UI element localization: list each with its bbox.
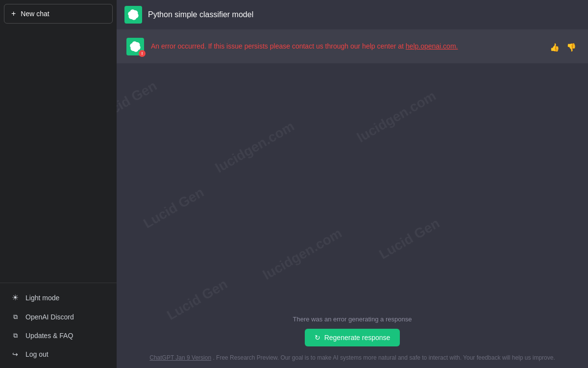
sidebar-item-updates-faq[interactable]: ⧉ Updates & FAQ <box>4 327 113 344</box>
external-link-icon: ⧉ <box>11 313 20 321</box>
watermark-text: lucidgen.com <box>260 225 344 283</box>
new-chat-button[interactable]: + New chat <box>4 4 113 24</box>
main-area: Python simple classifier model ! An erro… <box>117 0 588 368</box>
chatgpt-avatar-icon <box>130 41 141 52</box>
error-text-line1: An error occurred. If this issue persist… <box>151 42 404 50</box>
version-link[interactable]: ChatGPT Jan 9 Version <box>149 354 211 361</box>
error-help-link[interactable]: help.openai.com. <box>406 42 458 50</box>
error-badge: ! <box>139 50 146 57</box>
sidebar-item-label: Updates & FAQ <box>25 332 73 340</box>
new-chat-label: New chat <box>21 10 49 18</box>
regenerate-button[interactable]: ↻ Regenerate response <box>305 329 400 346</box>
watermark-text: Lucid Gen <box>141 184 207 232</box>
watermark-text: lucidgen.com <box>354 88 439 146</box>
sidebar-item-log-out[interactable]: ↪ Log out <box>4 345 113 363</box>
error-generating-text: There was an error generating a response <box>293 315 412 323</box>
watermark-text: lucidgen.com <box>213 118 297 176</box>
sidebar-divider <box>0 283 117 283</box>
sidebar-item-discord[interactable]: ⧉ OpenAI Discord <box>4 308 113 326</box>
header-bot-avatar <box>124 6 142 24</box>
logout-icon: ↪ <box>11 350 20 358</box>
sidebar-item-label: Light mode <box>25 294 59 302</box>
footer-description: . Free Research Preview. Our goal is to … <box>213 354 555 361</box>
error-message-area: ! An error occurred. If this issue persi… <box>117 30 588 63</box>
thumbs-up-button[interactable]: 👍 <box>548 41 562 54</box>
bot-avatar-wrap: ! <box>126 38 144 55</box>
sidebar-spacer <box>0 27 117 279</box>
sidebar-item-label: OpenAI Discord <box>25 313 74 321</box>
page-footer: ChatGPT Jan 9 Version . Free Research Pr… <box>140 350 565 368</box>
external-link-icon-2: ⧉ <box>11 332 20 340</box>
watermark-text: Lucid Gen <box>376 215 442 262</box>
sidebar-item-light-mode[interactable]: ☀ Light mode <box>4 288 113 307</box>
content-area: Lucid Gen lucidgen.com Lucid Gen lucidge… <box>117 63 588 368</box>
chat-header: Python simple classifier model <box>117 0 588 30</box>
error-footer: There was an error generating a response… <box>117 308 588 350</box>
error-text: An error occurred. If this issue persist… <box>151 38 541 52</box>
regenerate-icon: ↻ <box>315 334 320 342</box>
sidebar-item-label: Log out <box>25 350 49 358</box>
error-message-row: ! An error occurred. If this issue persi… <box>126 38 578 55</box>
sidebar: + New chat ☀ Light mode ⧉ OpenAI Discord… <box>0 0 117 368</box>
sun-icon: ☀ <box>11 293 20 302</box>
watermark-text: Lucid Gen <box>117 78 160 125</box>
regenerate-label: Regenerate response <box>324 334 391 342</box>
chat-title: Python simple classifier model <box>148 10 253 19</box>
thumbs-down-button[interactable]: 👎 <box>564 41 578 54</box>
sidebar-bottom: ☀ Light mode ⧉ OpenAI Discord ⧉ Updates … <box>0 287 117 368</box>
plus-icon: + <box>11 9 16 18</box>
chatgpt-logo-icon <box>128 9 139 20</box>
message-actions: 👍 👎 <box>548 38 578 54</box>
